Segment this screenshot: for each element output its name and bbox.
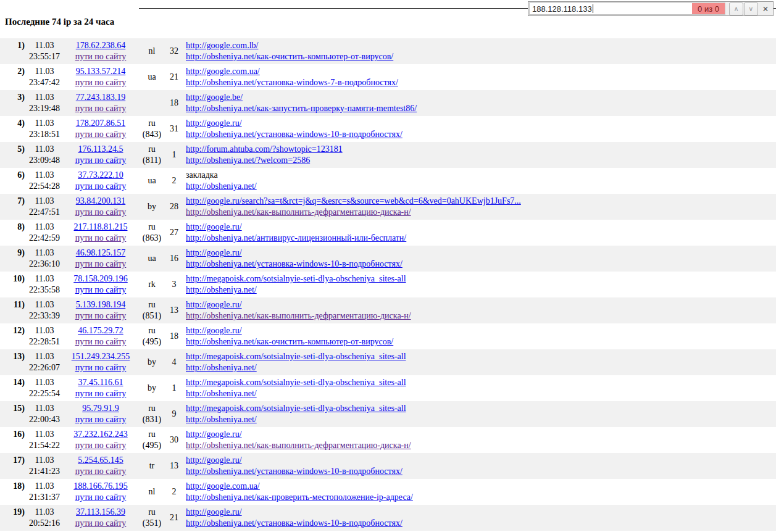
urls-cell: http://google.com.ua/ http://obsheniya.n… <box>183 66 776 88</box>
page-link[interactable]: http://obsheniya.net/установка-windows-7… <box>186 78 398 87</box>
paths-link[interactable]: пути по сайту <box>75 156 127 165</box>
paths-link[interactable]: пути по сайту <box>75 130 127 139</box>
paths-link[interactable]: пути по сайту <box>75 285 127 294</box>
ip-link[interactable]: 188.166.76.195 <box>73 481 128 491</box>
find-previous-button[interactable]: ∧ <box>729 2 743 15</box>
paths-link[interactable]: пути по сайту <box>75 493 127 502</box>
referrer-link[interactable]: http://google.ru/ <box>186 118 242 128</box>
paths-link[interactable]: пути по сайту <box>75 52 127 61</box>
page-link[interactable]: http://obsheniya.net/как-выполнить-дефра… <box>186 441 411 450</box>
visit-time: 22:25:54 <box>26 388 63 399</box>
paths-link[interactable]: пути по сайту <box>75 415 127 424</box>
referrer-link[interactable]: http://megapoisk.com/sotsialnyie-seti-dl… <box>186 378 406 387</box>
find-input[interactable]: 188.128.118.133 0 из 0 <box>529 2 725 15</box>
paths-link[interactable]: пути по сайту <box>75 207 127 217</box>
referrer-link[interactable]: http://google.ru/ <box>186 222 242 231</box>
referrer-link[interactable]: http://google.ru/ <box>186 455 242 465</box>
paths-link[interactable]: пути по сайту <box>75 363 127 372</box>
page-link[interactable]: http://obsheniya.net/установка-windows-1… <box>186 130 403 139</box>
page-link[interactable]: http://obsheniya.net/установка-windows-1… <box>186 259 403 268</box>
paths-link[interactable]: пути по сайту <box>75 259 127 268</box>
paths-link[interactable]: пути по сайту <box>75 78 127 87</box>
page-link[interactable]: http://obsheniya.net/как-выполнить-дефра… <box>186 311 411 320</box>
paths-link[interactable]: пути по сайту <box>75 518 127 528</box>
ip-link[interactable]: 151.249.234.255 <box>72 352 130 361</box>
referrer-link[interactable]: http://forum.ahtuba.com/?showtopic=12318… <box>186 144 343 154</box>
paths-link[interactable]: пути по сайту <box>75 337 127 346</box>
referrer-link[interactable]: http://google.com.lb/ <box>186 41 258 50</box>
table-row: 2) 11.03 23:47:42 95.133.57.214 пути по … <box>0 64 776 90</box>
ip-link[interactable]: 5.139.198.194 <box>76 300 126 309</box>
visit-time: 23:18:51 <box>26 129 63 140</box>
geo-cell: ua <box>138 170 165 192</box>
ip-link[interactable]: 37.45.116.61 <box>78 378 123 387</box>
pageview-count: 13 <box>165 455 183 477</box>
page-link[interactable]: http://obsheniya.net/как-проверить-место… <box>186 493 413 502</box>
ip-link[interactable]: 5.254.65.145 <box>78 455 123 465</box>
referrer-link[interactable]: http://google.be/ <box>186 93 243 102</box>
pageview-count: 16 <box>165 247 183 270</box>
paths-link[interactable]: пути по сайту <box>75 311 127 320</box>
ip-link[interactable]: 93.84.200.131 <box>76 196 126 206</box>
ip-link[interactable]: 37.232.162.243 <box>73 430 128 439</box>
page-link[interactable]: http://obsheniya.net/как-очистить-компью… <box>186 52 393 61</box>
country-code: by <box>138 201 165 212</box>
referrer-link[interactable]: http://google.ru/ <box>186 300 242 309</box>
ip-link[interactable]: 78.158.209.196 <box>73 274 128 283</box>
paths-link[interactable]: пути по сайту <box>75 181 127 191</box>
page-link[interactable]: http://obsheniya.net/?welcom=2586 <box>186 156 310 165</box>
ip-link[interactable]: 95.79.91.9 <box>82 404 119 413</box>
paths-link[interactable]: пути по сайту <box>75 467 127 476</box>
page-title: Последние 74 ip за 24 часа <box>5 17 114 27</box>
referrer-link[interactable]: http://megapoisk.com/sotsialnyie-seti-dl… <box>186 352 406 361</box>
referrer-link[interactable]: http://google.com.ua/ <box>186 481 260 491</box>
ip-link[interactable]: 37.73.222.10 <box>78 170 123 180</box>
ip-link[interactable]: 178.207.86.51 <box>76 118 126 128</box>
pageview-count: 18 <box>165 325 183 347</box>
page-link[interactable]: http://obsheniya.net/ <box>186 181 257 191</box>
referrer-link[interactable]: http://megapoisk.com/sotsialnyie-seti-dl… <box>186 274 406 283</box>
page-link[interactable]: http://obsheniya.net/ <box>186 363 257 372</box>
page-link[interactable]: http://obsheniya.net/ <box>186 415 257 424</box>
paths-link[interactable]: пути по сайту <box>75 233 127 243</box>
referrer-link[interactable]: http://google.ru/ <box>186 430 242 439</box>
ip-link[interactable]: 176.113.24.5 <box>78 144 123 154</box>
page-link[interactable]: http://obsheniya.net/как-очистить-компью… <box>186 337 393 346</box>
row-number: 4) <box>0 118 26 140</box>
ip-link[interactable]: 217.118.81.215 <box>74 222 128 231</box>
page-link[interactable]: http://obsheniya.net/как-запустить-прове… <box>186 104 417 113</box>
paths-link[interactable]: пути по сайту <box>75 441 127 450</box>
page-link[interactable]: http://obsheniya.net/установка-windows-1… <box>186 518 403 528</box>
row-number: 8) <box>0 222 26 244</box>
ip-link[interactable]: 95.133.57.214 <box>76 67 126 76</box>
ip-link[interactable]: 46.175.29.72 <box>78 326 123 335</box>
urls-cell: http://google.ru/ http://obsheniya.net/к… <box>183 299 776 322</box>
country-code: nl <box>138 46 165 57</box>
referrer-link[interactable]: http://google.ru/ <box>186 326 242 335</box>
ip-link[interactable]: 46.98.125.157 <box>76 248 126 257</box>
page-link[interactable]: http://obsheniya.net/ <box>186 389 257 398</box>
visit-date: 11.03 <box>26 144 63 155</box>
page-link[interactable]: http://obsheniya.net/ <box>186 285 257 294</box>
ip-link[interactable]: 178.62.238.64 <box>76 41 126 50</box>
ip-link[interactable]: 77.243.183.19 <box>76 93 126 102</box>
paths-link[interactable]: пути по сайту <box>75 389 127 398</box>
ip-cell: 77.243.183.19 пути по сайту <box>63 92 138 114</box>
paths-link[interactable]: пути по сайту <box>75 104 127 113</box>
referrer-link[interactable]: http://google.ru/search?sa=t&rct=j&q=&es… <box>186 196 521 206</box>
referrer-link[interactable]: http://megapoisk.com/sotsialnyie-seti-dl… <box>186 404 406 413</box>
visit-date: 11.03 <box>26 170 63 181</box>
page-link[interactable]: http://obsheniya.net/антивирус-лицензион… <box>186 233 406 243</box>
page-link[interactable]: http://obsheniya.net/установка-windows-1… <box>186 467 403 476</box>
geo-cell: ru (495) <box>138 325 165 347</box>
pageview-count: 28 <box>165 196 183 218</box>
referrer-link[interactable]: http://google.ru/ <box>186 248 242 257</box>
visit-date: 11.03 <box>26 299 63 310</box>
find-next-button[interactable]: ∨ <box>744 2 758 15</box>
referrer-link[interactable]: http://google.ru/ <box>186 507 242 517</box>
referrer-link[interactable]: http://google.com.ua/ <box>186 67 260 76</box>
ip-link[interactable]: 37.113.156.39 <box>76 507 125 517</box>
find-close-button[interactable]: × <box>760 2 771 15</box>
page-link[interactable]: http://obsheniya.net/как-выполнить-дефра… <box>186 207 411 217</box>
referrer-link[interactable]: закладка <box>186 170 218 180</box>
